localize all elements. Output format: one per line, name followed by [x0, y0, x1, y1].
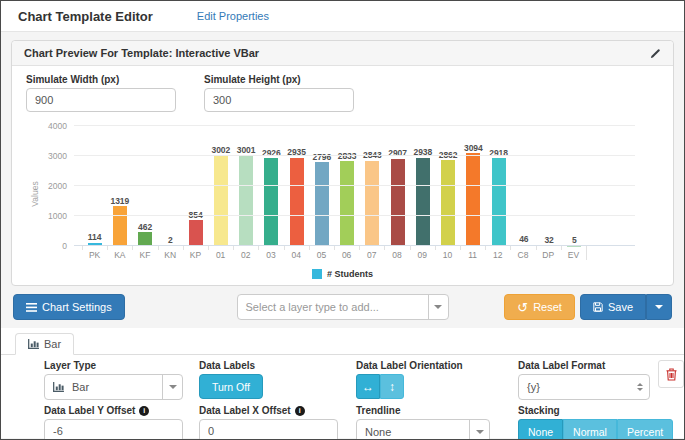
x-tick-label: 04 — [284, 246, 309, 260]
reset-icon: ↺ — [517, 301, 528, 314]
x-tick-label: KF — [132, 246, 157, 260]
chart-settings-button[interactable]: Chart Settings — [13, 294, 125, 320]
x-tick-label: 05 — [309, 246, 334, 260]
bar-slot: 2796 — [309, 126, 334, 246]
bar-chart-icon — [28, 339, 39, 349]
bar-slot: 3001 — [234, 126, 259, 246]
bar-10[interactable] — [441, 160, 455, 246]
bar-slot: 2843 — [360, 126, 385, 246]
layer-type-select[interactable]: Bar — [44, 374, 183, 400]
x-axis-labels: PKKAKFKNKP010203040506070809101112C8DPEV — [82, 246, 587, 260]
tab-bar-layer[interactable]: Bar — [15, 333, 74, 355]
bar-04[interactable] — [290, 158, 304, 246]
edit-pencil-icon[interactable] — [650, 48, 661, 59]
menu-icon — [26, 303, 37, 312]
bar-slot: 2907 — [385, 126, 410, 246]
bar-05[interactable] — [315, 162, 329, 246]
data-labels-toggle-button[interactable]: Turn Off — [199, 374, 263, 399]
top-header: Chart Template Editor Edit Properties — [1, 1, 684, 32]
bar-value-label: 5 — [572, 236, 577, 245]
bar-12[interactable] — [492, 158, 506, 246]
simulate-fields: Simulate Width (px) Simulate Height (px) — [26, 74, 659, 112]
toolbar: Chart Settings Select a layer type to ad… — [13, 294, 672, 320]
y-tick-label: 0 — [62, 241, 67, 251]
format-combobox[interactable]: {y} — [518, 374, 650, 400]
bar-06[interactable] — [340, 161, 354, 246]
bar-chart: Values 114131946228543002300129262935279… — [26, 126, 659, 279]
reset-label: Reset — [533, 301, 562, 313]
save-button[interactable]: Save — [580, 294, 646, 320]
gridline — [74, 155, 635, 156]
delete-layer-button[interactable] — [658, 360, 684, 388]
bar-slot: 2 — [158, 126, 183, 246]
save-label: Save — [608, 301, 633, 313]
save-dropdown-toggle[interactable] — [646, 294, 672, 320]
bar-02[interactable] — [239, 156, 253, 246]
bar-slot: 854 — [183, 126, 208, 246]
bar-KP[interactable] — [189, 220, 203, 246]
orientation-horizontal-button[interactable]: ↔ — [356, 374, 380, 399]
trendline-label: Trendline — [356, 405, 518, 416]
x-tick-label: 11 — [460, 246, 485, 260]
y-offset-label: Data Label Y Offset — [44, 405, 135, 416]
bar-09[interactable] — [416, 158, 430, 246]
bar-slot: 46 — [511, 126, 536, 246]
stacking-none-button[interactable]: None — [518, 419, 563, 440]
format-value: {y} — [519, 381, 637, 393]
add-layer-placeholder: Select a layer type to add... — [238, 301, 428, 313]
legend[interactable]: # Students — [26, 269, 659, 279]
layer-type-label: Layer Type — [44, 360, 199, 371]
x-offset-input[interactable] — [199, 419, 338, 440]
bar-value-label: 462 — [138, 223, 152, 232]
save-split-button: Save — [580, 294, 672, 320]
bar-slot: 2926 — [259, 126, 284, 246]
page-title: Chart Template Editor — [18, 9, 153, 24]
add-layer-select[interactable]: Select a layer type to add... — [237, 294, 449, 320]
x-tick-label: 07 — [359, 246, 384, 260]
simulate-width-input[interactable] — [26, 88, 176, 112]
save-icon — [593, 302, 603, 312]
bar-slot: 3002 — [208, 126, 233, 246]
bar-01[interactable] — [214, 156, 228, 246]
gridline — [74, 125, 635, 126]
trendline-value: None — [357, 426, 469, 438]
y-offset-input[interactable] — [44, 419, 183, 440]
stacking-normal-button[interactable]: Normal — [563, 419, 617, 440]
bar-03[interactable] — [264, 158, 278, 246]
nav-edit-properties[interactable]: Edit Properties — [197, 10, 269, 22]
chevron-down-icon — [162, 375, 182, 399]
x-tick-label: KP — [183, 246, 208, 260]
bar-07[interactable] — [365, 161, 379, 246]
trash-icon — [666, 368, 677, 381]
bar-chart-icon — [53, 382, 64, 392]
legend-label: # Students — [327, 269, 373, 279]
chart-preview-panel: Chart Preview For Template: Interactive … — [11, 40, 674, 286]
bar-value-label: 1319 — [110, 197, 129, 206]
plot-area: 1141319462285430023001292629352796283328… — [74, 126, 635, 246]
x-tick-label: 03 — [258, 246, 283, 260]
legend-swatch — [312, 269, 322, 279]
bar-08[interactable] — [391, 159, 405, 246]
trendline-select[interactable]: None — [356, 419, 490, 440]
x-tick-label: 02 — [233, 246, 258, 260]
x-tick-label: 06 — [334, 246, 359, 260]
simulate-height-input[interactable] — [204, 88, 354, 112]
info-icon: i — [139, 406, 149, 416]
x-tick-label: EV — [561, 246, 587, 260]
bar-slot: 32 — [537, 126, 562, 246]
bar-slot: 3094 — [461, 126, 486, 246]
bar-slot: 5 — [562, 126, 587, 246]
reset-button[interactable]: ↺ Reset — [504, 294, 575, 320]
bar-slot: 2938 — [410, 126, 435, 246]
orientation-vertical-button[interactable]: ↕ — [380, 374, 404, 399]
x-tick-label: PK — [82, 246, 107, 260]
bar-11[interactable] — [466, 153, 480, 246]
orientation-label: Data Label Orientation — [356, 360, 518, 371]
bar-value-label: 2 — [168, 236, 173, 245]
bar-slot: 462 — [133, 126, 158, 246]
bar-KF[interactable] — [138, 232, 152, 246]
x-tick-label: DP — [536, 246, 561, 260]
panel-body: Simulate Width (px) Simulate Height (px)… — [12, 66, 673, 285]
chevron-down-icon — [428, 295, 448, 319]
bar-KA[interactable] — [113, 206, 127, 246]
